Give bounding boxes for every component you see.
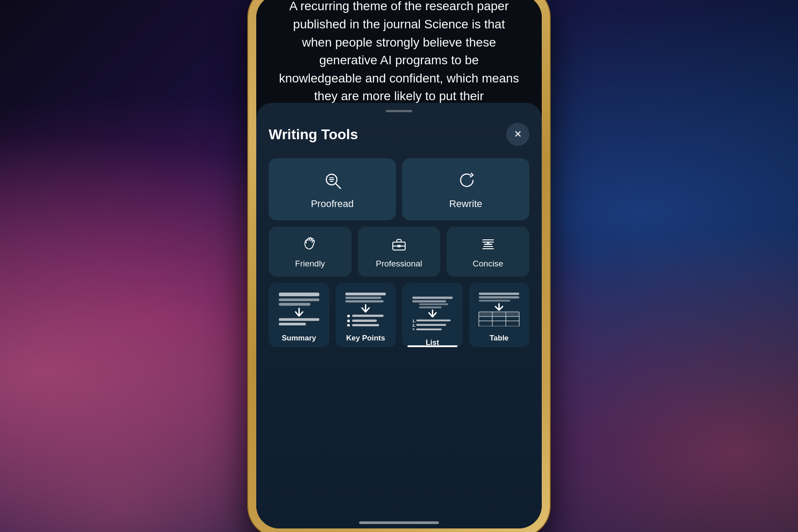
concise-label: Concise: [473, 259, 503, 269]
sheet-title: Writing Tools: [269, 126, 358, 143]
summary-label: Summary: [274, 330, 324, 347]
proofread-button[interactable]: Proofread: [269, 158, 396, 220]
professional-icon: [391, 236, 407, 254]
professional-label: Professional: [376, 259, 422, 269]
svg-rect-43: [479, 296, 519, 298]
list-card-icon: 1. 2. 3.: [410, 294, 455, 330]
svg-rect-32: [412, 300, 446, 302]
svg-rect-37: [416, 320, 450, 321]
tools-row-1: Proofread Rewrite: [269, 158, 529, 220]
svg-rect-23: [345, 300, 383, 302]
article-text: A recurring theme of the research paper …: [278, 0, 520, 106]
phone-frame: A recurring theme of the research paper …: [248, 0, 550, 532]
svg-line-1: [336, 184, 340, 188]
svg-rect-42: [479, 293, 519, 295]
svg-rect-28: [352, 320, 377, 322]
concise-button[interactable]: Concise: [446, 227, 529, 277]
list-active-indicator: [407, 345, 458, 347]
list-icon-area: 1. 2. 3.: [407, 290, 458, 335]
svg-rect-20: [279, 323, 306, 325]
key-points-icon-area: [341, 290, 391, 327]
article-area: A recurring theme of the research paper …: [256, 0, 542, 119]
key-points-card-icon: [343, 290, 388, 326]
svg-rect-53: [506, 313, 519, 316]
sheet-handle: [386, 110, 412, 112]
svg-text:3.: 3.: [412, 328, 416, 330]
svg-rect-31: [412, 297, 453, 299]
svg-rect-39: [416, 324, 446, 326]
close-button[interactable]: ✕: [506, 123, 529, 146]
rewrite-icon: [456, 171, 476, 193]
svg-rect-17: [279, 303, 310, 305]
tools-row-2: Friendly Professional: [269, 227, 529, 277]
close-icon: ✕: [514, 129, 522, 140]
phone-screen: A recurring theme of the research paper …: [256, 0, 542, 528]
svg-rect-26: [352, 315, 383, 317]
home-indicator: [359, 521, 439, 524]
svg-rect-15: [279, 293, 319, 296]
table-card-icon: [477, 290, 521, 326]
rewrite-button[interactable]: Rewrite: [402, 158, 529, 220]
svg-rect-19: [279, 318, 319, 321]
svg-text:1.: 1.: [412, 319, 416, 323]
svg-rect-41: [416, 329, 442, 330]
table-label: Table: [474, 330, 524, 347]
list-button[interactable]: 1. 2. 3. List: [402, 283, 463, 347]
proofread-label: Proofread: [311, 198, 354, 210]
summary-button[interactable]: Summary: [269, 283, 329, 347]
sheet-header: Writing Tools ✕: [269, 123, 529, 146]
svg-text:2.: 2.: [412, 323, 416, 328]
friendly-icon: [302, 236, 318, 254]
professional-button[interactable]: Professional: [358, 227, 441, 277]
table-button[interactable]: Table: [469, 283, 530, 347]
svg-rect-30: [352, 324, 379, 326]
svg-point-27: [347, 320, 350, 322]
friendly-button[interactable]: Friendly: [269, 227, 352, 277]
svg-rect-33: [419, 303, 448, 305]
svg-point-25: [347, 315, 350, 317]
summary-icon-area: [274, 290, 324, 327]
svg-rect-51: [479, 313, 492, 316]
svg-rect-44: [479, 300, 510, 301]
svg-rect-34: [419, 306, 442, 308]
svg-rect-22: [345, 297, 381, 299]
key-points-label: Key Points: [341, 330, 391, 347]
svg-rect-52: [493, 313, 505, 316]
friendly-label: Friendly: [295, 259, 325, 269]
svg-point-29: [347, 324, 350, 326]
rewrite-label: Rewrite: [449, 198, 482, 210]
proofread-icon: [323, 171, 342, 193]
table-icon-area: [474, 290, 524, 327]
concise-icon: [480, 236, 496, 254]
phone-container: A recurring theme of the research paper …: [226, 0, 572, 532]
tools-row-3: Summary: [269, 283, 529, 347]
summary-card-icon: [277, 290, 321, 326]
writing-tools-sheet: Writing Tools ✕: [256, 103, 542, 528]
svg-rect-16: [279, 298, 319, 301]
key-points-button[interactable]: Key Points: [336, 283, 396, 347]
svg-rect-21: [345, 293, 386, 295]
